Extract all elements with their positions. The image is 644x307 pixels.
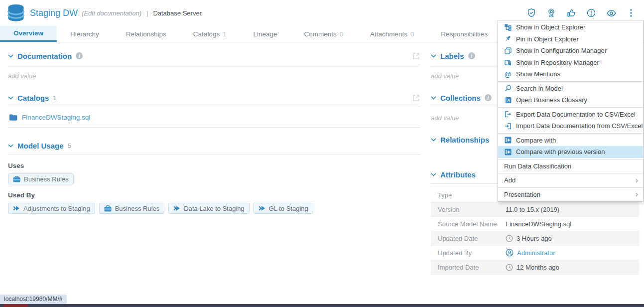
menu-item-label: Import Data Documentation from CSV/Excel [516, 122, 643, 130]
database-icon [7, 3, 25, 22]
menu-item-label: Export Data Documentation to CSV/Excel [516, 111, 636, 118]
tab-relationships[interactable]: Relationships [113, 26, 180, 42]
attribute-value: 11.0 to 15.x (2019) [506, 206, 559, 213]
section-title[interactable]: Catalogs [17, 94, 49, 102]
section-catalogs: Catalogs 1 FinanceDWStaging.sql [8, 93, 420, 128]
menu-item-export-data-documentation[interactable]: Export Data Documentation to CSV/Excel [498, 109, 643, 121]
info-icon: i [485, 94, 492, 101]
chevron-down-icon[interactable] [431, 173, 436, 176]
model-chip[interactable]: GL to Staging [254, 203, 313, 214]
shield-check-icon[interactable] [525, 7, 537, 19]
updated-by-link[interactable]: Administrator [517, 249, 555, 257]
chevron-down-icon[interactable] [8, 54, 13, 58]
context-menu-group: Export Data Documentation to CSV/Excel I… [498, 107, 643, 133]
pin-icon [504, 35, 512, 43]
export-icon [504, 111, 512, 118]
attribute-value-text: 3 Hours ago [516, 235, 552, 242]
context-menu-group: Show in Object Explorer Pin in Object Ex… [498, 20, 643, 81]
menu-item-open-business-glossary[interactable]: A Open Business Glossary [498, 94, 643, 106]
certificate-icon[interactable] [545, 7, 557, 19]
mentions-icon: @ [504, 70, 512, 78]
attribute-label: Updated By [431, 249, 506, 257]
model-chip[interactable]: Business Rules [8, 173, 74, 184]
left-column: Documentation i add value Catalogs 1 [8, 42, 420, 227]
tab-attachments[interactable]: Attachments0 [357, 26, 427, 42]
menu-item-label: Compare with [516, 137, 556, 144]
chevron-down-icon[interactable] [8, 96, 13, 100]
header-action-bar [525, 7, 637, 19]
menu-item-run-data-classification[interactable]: Run Data Classification [498, 160, 643, 172]
section-documentation: Documentation i add value [8, 51, 420, 80]
submenu-chevron-icon: › [636, 176, 638, 184]
documentation-add-value[interactable]: add value [8, 72, 420, 80]
tab-lineage[interactable]: Lineage [240, 26, 290, 42]
chip-label: Adjustments to Staging [23, 205, 90, 212]
tab-label: Lineage [253, 30, 277, 38]
context-menu: Show in Object Explorer Pin in Object Ex… [498, 20, 644, 202]
chip-label: Business Rules [115, 205, 160, 212]
tab-responsibilities[interactable]: Responsibilities [427, 26, 501, 42]
info-icon: i [76, 52, 83, 59]
open-external-icon[interactable] [412, 94, 420, 102]
uses-chip-row: Business Rules [8, 173, 420, 184]
forward-arrow-icon [173, 205, 180, 211]
thumbs-up-icon[interactable] [565, 7, 577, 19]
section-title[interactable]: Documentation [17, 52, 72, 60]
open-external-icon[interactable] [412, 52, 420, 60]
object-type-label: Database Server [153, 9, 202, 17]
attribute-row-imported-date: Imported Date 12 Months ago [431, 260, 639, 275]
kebab-menu-icon[interactable] [625, 7, 637, 19]
model-chip[interactable]: Business Rules [99, 203, 165, 214]
app-page: Staging DW (Edit documentation) | Databa… [0, 0, 644, 307]
menu-item-show-in-object-explorer[interactable]: Show in Object Explorer [498, 21, 643, 33]
menu-item-search-in-model[interactable]: Search in Model [498, 83, 643, 95]
menu-item-presentation[interactable]: Presentation › [498, 189, 643, 201]
menu-item-import-data-documentation[interactable]: Import Data Documentation from CSV/Excel [498, 120, 643, 132]
model-chip[interactable]: Data Lake to Staging [168, 203, 249, 214]
menu-item-show-mentions[interactable]: @ Show Mentions [498, 68, 643, 80]
attribute-label: Version [431, 206, 506, 213]
tab-catalogs[interactable]: Catalogs1 [180, 26, 240, 42]
menu-item-label: Show Mentions [516, 70, 560, 78]
briefcase-icon [104, 205, 112, 212]
section-title[interactable]: Labels [440, 52, 464, 60]
attribute-value-text: 12 Months ago [516, 264, 559, 271]
section-title[interactable]: Relationships [440, 136, 489, 144]
menu-item-show-in-configuration-manager[interactable]: Show in Configuration Manager [498, 45, 643, 57]
tab-overview[interactable]: Overview [0, 26, 57, 42]
menu-item-label: Run Data Classification [504, 162, 571, 170]
chevron-down-icon[interactable] [8, 144, 13, 148]
menu-item-show-in-repository-manager[interactable]: Show in Repository Manager [498, 57, 643, 69]
attribute-row-source-model-name: Source Model Name FinanceDWStaging.sql [431, 217, 639, 231]
attribute-value[interactable]: Administrator [506, 249, 555, 257]
attribute-label: Source Model Name [431, 220, 506, 228]
chevron-down-icon[interactable] [431, 96, 436, 100]
alert-circle-icon[interactable] [585, 7, 597, 19]
clock-icon [506, 264, 513, 271]
tab-comments[interactable]: Comments0 [290, 26, 357, 42]
divider [8, 154, 420, 155]
menu-item-compare-with[interactable]: Compare with [498, 135, 643, 147]
menu-item-add[interactable]: Add › [498, 174, 643, 186]
section-title[interactable]: Model Usage [17, 142, 64, 150]
catalog-list-item[interactable]: FinanceDWStaging.sql [8, 107, 420, 128]
menu-item-pin-in-object-explorer[interactable]: Pin in Object Explorer [498, 33, 643, 45]
attribute-value: FinanceDWStaging.sql [506, 220, 571, 228]
attribute-row-updated-date: Updated Date 3 Hours ago [431, 231, 639, 246]
attribute-value: 3 Hours ago [506, 235, 552, 242]
section-title[interactable]: Collections [440, 94, 481, 102]
object-explorer-icon [504, 23, 512, 31]
menu-item-compare-with-previous-version[interactable]: Compare with previous version [498, 146, 643, 158]
model-chip[interactable]: Adjustments to Staging [8, 203, 95, 214]
section-title[interactable]: Attributes [440, 170, 476, 179]
browser-status-url: localhost:19980/MM/# [0, 295, 67, 304]
tab-hierarchy[interactable]: Hierarchy [57, 26, 113, 42]
context-menu-group: Presentation › [498, 187, 643, 202]
edit-documentation-link[interactable]: (Edit documentation) [82, 9, 141, 17]
chevron-down-icon[interactable] [431, 54, 436, 58]
eye-icon[interactable] [605, 7, 617, 19]
catalog-link[interactable]: FinanceDWStaging.sql [22, 114, 90, 121]
chevron-down-icon[interactable] [431, 138, 436, 142]
forward-arrow-icon [258, 205, 265, 211]
chip-label: GL to Staging [269, 205, 308, 212]
